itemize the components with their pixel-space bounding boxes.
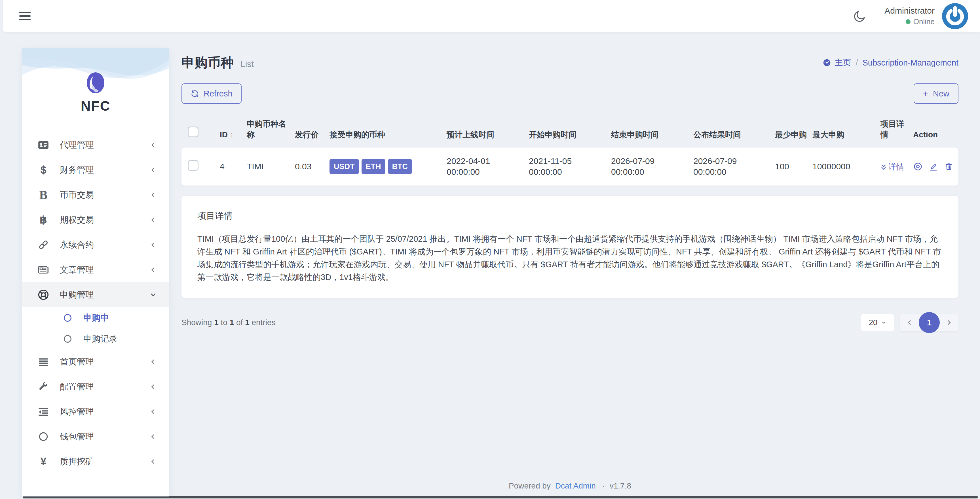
delete-icon[interactable] xyxy=(944,162,953,171)
new-button[interactable]: + New xyxy=(914,83,958,104)
edit-icon[interactable] xyxy=(929,162,938,171)
chevron-left-icon xyxy=(150,384,156,390)
chevron-left-icon xyxy=(150,408,156,415)
circle-o-icon xyxy=(64,335,72,343)
column-header-min-subscribe: 最少申购 xyxy=(767,129,808,140)
currency-badge: BTC xyxy=(388,159,412,174)
pagination-row: Showing 1 to 1 of 1 entries 20 1 xyxy=(181,314,958,332)
sidebar-subitem-subscription-records[interactable]: 申购记录 xyxy=(22,328,169,349)
user-name: Administrator xyxy=(885,6,935,16)
bars-icon xyxy=(37,356,50,367)
page-title: 申购币种 xyxy=(181,54,234,72)
detail-panel-content: TIMI（项目总发行量100亿）由土耳其的一个团队于 25/07/2021 推出… xyxy=(197,233,943,284)
chevron-left-icon xyxy=(150,267,156,273)
outdent-icon xyxy=(37,406,50,417)
circle-o-icon xyxy=(64,314,72,322)
table-row: 4 TIMI 0.03 USDT ETH BTC 2022-04-01 00:0… xyxy=(181,148,958,185)
cell-subscribe-end: 2026-07-09 00:00:00 xyxy=(603,156,685,177)
brand: NFC xyxy=(22,48,169,114)
column-header-expected-launch: 预计上线时间 xyxy=(438,129,520,140)
sidebar-item-subscription-management[interactable]: 申购管理 xyxy=(22,282,169,307)
sidebar-item-article-management[interactable]: 文章管理 xyxy=(22,257,169,282)
version-label: v1.7.8 xyxy=(610,481,631,490)
sidebar-item-finance-management[interactable]: $ 财务管理 xyxy=(22,158,169,182)
column-header-issue-price: 发行价 xyxy=(288,129,326,140)
breadcrumb-separator: / xyxy=(856,58,858,67)
details-expand-link[interactable]: 详情 xyxy=(880,162,904,171)
breadcrumb-current-link[interactable]: Subscription-Management xyxy=(862,58,958,67)
row-checkbox[interactable] xyxy=(188,160,199,171)
sidebar-item-agent-management[interactable]: 代理管理 xyxy=(22,132,169,158)
breadcrumb-home-link[interactable]: 主页 xyxy=(822,57,851,69)
sidebar-item-risk-management[interactable]: 风控管理 xyxy=(22,399,169,424)
project-detail-panel: 项目详情 TIMI（项目总发行量100亿）由土耳其的一个团队于 25/07/20… xyxy=(181,196,958,298)
chevron-left-icon xyxy=(150,458,156,465)
angle-double-down-icon xyxy=(880,164,887,171)
dark-mode-toggle[interactable] xyxy=(853,10,866,23)
chevron-right-icon xyxy=(945,319,952,326)
cell-subscribe-start: 2021-11-05 00:00:00 xyxy=(520,156,603,177)
column-header-coin-name: 申购币种名称 xyxy=(238,119,288,140)
sidebar-toggle-button[interactable] xyxy=(19,12,30,20)
sidebar-item-config-management[interactable]: 配置管理 xyxy=(22,374,169,399)
column-header-accepted-currencies: 接受申购的币种 xyxy=(326,129,438,140)
yen-icon: ¥ xyxy=(37,456,50,468)
user-status-label: Online xyxy=(913,17,935,26)
next-page-button[interactable] xyxy=(944,319,953,326)
dollar-icon: $ xyxy=(37,164,50,176)
brand-name: NFC xyxy=(22,98,169,114)
user-menu[interactable]: Administrator Online xyxy=(885,3,968,29)
chevron-left-icon xyxy=(150,217,156,223)
sidebar-item-options-trading[interactable]: ฿ 期权交易 xyxy=(22,207,169,232)
chevron-left-icon xyxy=(150,242,156,248)
dashboard-icon xyxy=(822,59,831,67)
current-page-button[interactable]: 1 xyxy=(919,312,940,333)
breadcrumb: 主页 / Subscription-Management xyxy=(822,57,958,69)
refresh-button[interactable]: Refresh xyxy=(181,83,242,104)
sidebar-item-spot-trading[interactable]: B 币币交易 xyxy=(22,182,169,207)
plus-icon: + xyxy=(923,89,928,99)
cell-result-announce: 2026-07-09 00:00:00 xyxy=(685,156,767,177)
chevron-left-icon xyxy=(906,319,913,326)
top-navbar: Administrator Online xyxy=(3,0,980,32)
sidebar: NFC 代理管理 $ 财务管理 B 币币交易 ฿ 期权交易 永续合约 xyxy=(22,48,169,496)
main-content: 申购币种 List 主页 / Subscription-Management R… xyxy=(181,48,958,332)
sidebar-item-wallet-management[interactable]: 钱包管理 xyxy=(22,424,169,449)
column-header-id: ID ↑ xyxy=(208,129,238,140)
pagination-controls: 1 xyxy=(900,314,958,332)
moon-icon xyxy=(853,10,866,23)
page-size-select[interactable]: 20 xyxy=(861,314,894,332)
cell-expected-launch: 2022-04-01 00:00:00 xyxy=(438,156,520,177)
column-header-subscribe-end: 结束申购时间 xyxy=(603,129,685,140)
chevron-left-icon xyxy=(150,192,156,198)
view-icon[interactable] xyxy=(913,162,923,171)
chevron-left-icon xyxy=(150,142,156,148)
nfc-logo-icon xyxy=(86,72,105,94)
sidebar-item-homepage-management[interactable]: 首页管理 xyxy=(22,349,169,374)
refresh-icon xyxy=(191,89,199,98)
id-card-icon xyxy=(37,140,50,150)
circle-icon xyxy=(37,432,50,442)
cell-actions xyxy=(909,162,958,171)
bitcoin-icon: ฿ xyxy=(37,214,50,226)
select-all-checkbox[interactable] xyxy=(188,126,199,137)
chevron-down-icon xyxy=(150,292,156,298)
life-ring-icon xyxy=(37,289,50,300)
cell-min-subscribe: 100 xyxy=(767,161,808,172)
sidebar-subitem-subscribing[interactable]: 申购中 xyxy=(22,307,169,328)
avatar[interactable] xyxy=(942,3,968,29)
cell-coin-name: TIMI xyxy=(238,161,288,172)
sort-asc-icon[interactable]: ↑ xyxy=(230,131,234,139)
cell-id: 4 xyxy=(208,161,238,172)
prev-page-button[interactable] xyxy=(905,319,914,326)
dcat-admin-link[interactable]: Dcat Admin xyxy=(555,481,596,490)
cell-accepted-currencies: USDT ETH BTC xyxy=(326,159,438,174)
currency-badge: USDT xyxy=(329,159,359,174)
detail-panel-title: 项目详情 xyxy=(197,210,943,222)
sidebar-item-staking-mining[interactable]: ¥ 质押挖矿 xyxy=(22,449,169,474)
newspaper-icon xyxy=(37,265,50,275)
chevron-left-icon xyxy=(150,167,156,173)
table-header: ID ↑ 申购币种名称 发行价 接受申购的币种 预计上线时间 开始申购时间 结束… xyxy=(181,119,958,148)
cell-project-details: 详情 xyxy=(873,161,909,172)
sidebar-item-perpetual-contracts[interactable]: 永续合约 xyxy=(22,232,169,257)
